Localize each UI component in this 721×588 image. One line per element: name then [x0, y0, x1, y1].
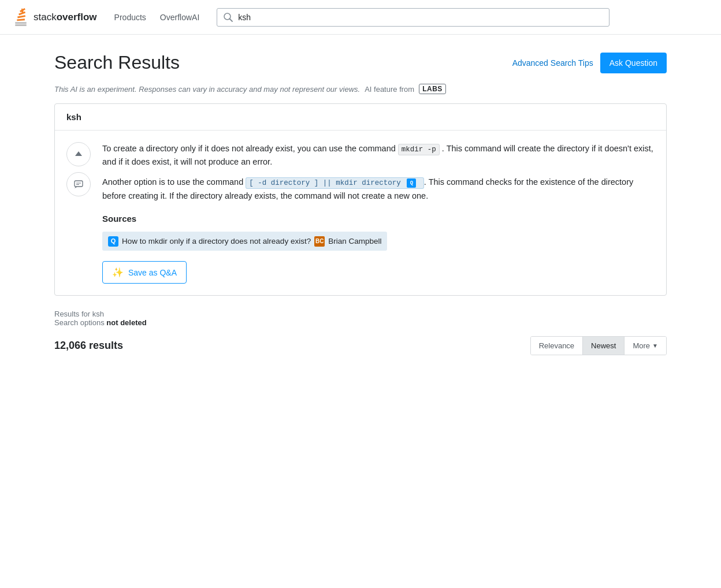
ai-feature-label: AI feature from [365, 85, 414, 94]
sources-section: Sources Q How to mkdir only if a directo… [102, 212, 655, 251]
sort-more-button[interactable]: More ▼ [625, 337, 666, 355]
results-footer: 12,066 results Relevance Newest More ▼ [54, 336, 667, 355]
header-actions: Advanced Search Tips Ask Question [512, 53, 667, 73]
save-icon: ✨ [112, 267, 124, 278]
sources-title: Sources [102, 212, 655, 226]
svg-rect-8 [75, 181, 83, 187]
svg-rect-0 [15, 22, 26, 24]
nav-products[interactable]: Products [109, 9, 152, 25]
ai-card-actions [66, 142, 91, 284]
results-for-text: Results for ksh [54, 310, 667, 318]
ai-paragraph-2: Another option is to use the command [ -… [102, 176, 655, 202]
search-input[interactable] [238, 13, 603, 22]
logo-text: stackoverflow [34, 12, 97, 23]
upvote-icon [74, 150, 83, 159]
advanced-search-link[interactable]: Advanced Search Tips [512, 58, 593, 68]
search-icon [223, 12, 233, 23]
page-header: Search Results Advanced Search Tips Ask … [54, 52, 667, 73]
search-options-text: Search options not deleted [54, 318, 667, 327]
source-question-text: How to mkdir only if a directory does no… [122, 235, 311, 248]
code-check-dir: [ -d directory ] || mkdir directory Q [246, 177, 424, 189]
ai-card-body: To create a directory only if it does no… [55, 131, 666, 295]
source-author-avatar: BC [314, 236, 325, 247]
main-nav: Products OverflowAI [109, 9, 206, 25]
svg-line-7 [230, 18, 233, 21]
save-as-qa-button[interactable]: ✨ Save as Q&A [102, 261, 187, 284]
logo[interactable]: stackoverflow [12, 7, 97, 28]
code-q-icon: Q [407, 178, 416, 188]
upvote-button[interactable] [66, 142, 91, 166]
results-meta: Results for ksh Search options not delet… [54, 310, 667, 327]
ai-disclaimer: This AI is an experiment. Responses can … [54, 84, 667, 94]
sort-relevance-button[interactable]: Relevance [531, 337, 583, 355]
ai-card-header: ksh [55, 104, 666, 131]
ai-card-content: To create a directory only if it does no… [102, 142, 655, 284]
ai-disclaimer-text: This AI is an experiment. Responses can … [54, 85, 360, 94]
nav-overflow-ai[interactable]: OverflowAI [154, 9, 205, 25]
results-count: 12,066 results [54, 340, 123, 352]
code-mkdir-p: mkdir -p [398, 144, 440, 155]
feedback-icon [74, 180, 83, 189]
source-item[interactable]: Q How to mkdir only if a directory does … [102, 232, 387, 251]
search-bar [217, 8, 609, 27]
ask-question-button[interactable]: Ask Question [600, 53, 667, 73]
feedback-button[interactable] [66, 172, 91, 196]
ai-paragraph-1: To create a directory only if it does no… [102, 142, 655, 169]
svg-rect-3 [17, 15, 25, 18]
logo-icon [12, 7, 30, 28]
labs-badge: LABS [419, 84, 446, 94]
svg-rect-1 [15, 24, 26, 26]
svg-rect-2 [17, 18, 25, 21]
source-q-icon: Q [108, 236, 118, 247]
page-title: Search Results [54, 52, 180, 73]
source-author-name: Brian Campbell [328, 235, 381, 248]
dropdown-arrow-icon: ▼ [652, 343, 658, 349]
sort-options: Relevance Newest More ▼ [530, 336, 667, 355]
ai-answer-card: ksh [54, 103, 667, 296]
sort-newest-button[interactable]: Newest [583, 337, 625, 355]
